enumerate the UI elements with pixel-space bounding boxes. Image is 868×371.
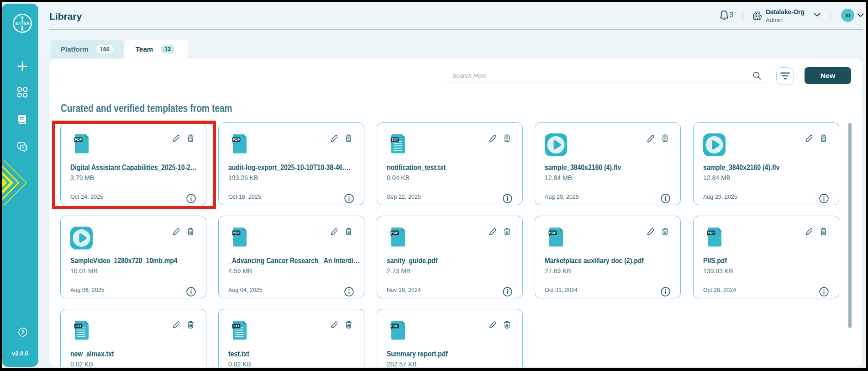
svg-text:R: R <box>21 27 24 32</box>
svg-text:TXT: TXT <box>391 138 398 142</box>
svg-text:PDF: PDF <box>708 231 715 235</box>
svg-text:A: A <box>18 21 21 26</box>
svg-text:R: R <box>27 21 30 26</box>
svg-text:PDF: PDF <box>391 231 399 235</box>
svg-text:TXT: TXT <box>233 324 240 328</box>
svg-text:PDF: PDF <box>233 138 240 142</box>
svg-text:TXT: TXT <box>75 324 82 328</box>
svg-text:?: ? <box>21 329 24 335</box>
svg-text:PDF: PDF <box>549 231 557 235</box>
svg-text:B: B <box>16 21 18 26</box>
svg-text:E: E <box>24 21 26 26</box>
svg-text:PDF: PDF <box>391 324 399 328</box>
svg-text:PDF: PDF <box>233 231 240 235</box>
